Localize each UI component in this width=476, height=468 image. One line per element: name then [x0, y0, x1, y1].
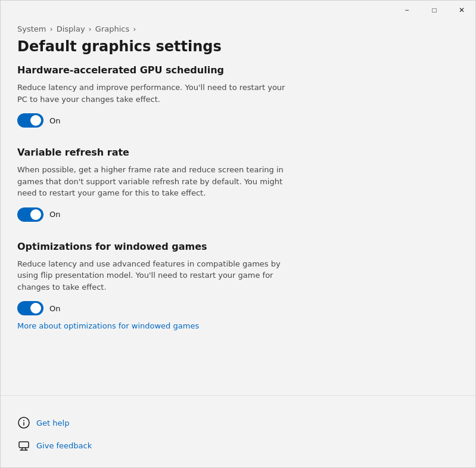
breadcrumb-sep-1: ›	[49, 24, 52, 33]
minimize-button[interactable]: −	[393, 1, 421, 20]
content-area: Hardware-accelerated GPU scheduling Redu…	[1, 64, 475, 393]
settings-window: − □ ✕ System › Display › Graphics › Defa…	[0, 0, 476, 468]
variable-refresh-desc: When possible, get a higher frame rate a…	[17, 164, 291, 199]
help-icon	[17, 416, 30, 429]
gpu-scheduling-toggle[interactable]	[17, 113, 43, 128]
page-title: Default graphics settings	[17, 38, 459, 55]
variable-refresh-toggle-row: On	[17, 207, 459, 222]
svg-rect-2	[23, 422, 24, 426]
variable-refresh-toggle-label: On	[49, 210, 60, 219]
gpu-scheduling-toggle-label: On	[49, 116, 60, 125]
get-help-link[interactable]: Get help	[36, 419, 69, 427]
gpu-scheduling-toggle-row: On	[17, 113, 459, 128]
windowed-games-toggle[interactable]	[17, 301, 43, 315]
footer: Get help Give feedback	[1, 405, 475, 467]
windowed-games-desc: Reduce latency and use advanced features…	[17, 258, 291, 293]
windowed-games-toggle-label: On	[49, 304, 60, 313]
breadcrumb-sep-2: ›	[89, 24, 92, 33]
breadcrumb-system[interactable]: System	[17, 24, 46, 33]
breadcrumb: System › Display › Graphics › Default gr…	[1, 20, 475, 64]
windowed-games-title: Optimizations for windowed games	[17, 241, 459, 252]
give-feedback-item[interactable]: Give feedback	[17, 435, 459, 455]
footer-divider	[1, 395, 475, 396]
maximize-button[interactable]: □	[421, 1, 448, 20]
gpu-scheduling-desc: Reduce latency and improve performance. …	[17, 82, 291, 105]
get-help-item[interactable]: Get help	[17, 413, 459, 433]
svg-point-1	[23, 420, 24, 421]
breadcrumb-sep-3: ›	[133, 24, 136, 33]
section-windowed-games: Optimizations for windowed games Reduce …	[17, 241, 459, 331]
variable-refresh-toggle[interactable]	[17, 207, 43, 222]
close-button[interactable]: ✕	[448, 1, 475, 20]
section-variable-refresh: Variable refresh rate When possible, get…	[17, 147, 459, 222]
breadcrumb-graphics[interactable]: Graphics	[95, 24, 129, 33]
feedback-icon	[17, 439, 30, 452]
section-gpu-scheduling: Hardware-accelerated GPU scheduling Redu…	[17, 64, 459, 128]
title-bar: − □ ✕	[1, 1, 475, 20]
gpu-scheduling-title: Hardware-accelerated GPU scheduling	[17, 64, 459, 76]
windowed-games-link[interactable]: More about optimizations for windowed ga…	[17, 321, 199, 330]
breadcrumb-display[interactable]: Display	[57, 24, 85, 33]
svg-rect-3	[19, 442, 29, 448]
windowed-games-toggle-row: On	[17, 301, 459, 315]
give-feedback-link[interactable]: Give feedback	[36, 441, 92, 450]
variable-refresh-title: Variable refresh rate	[17, 147, 459, 158]
